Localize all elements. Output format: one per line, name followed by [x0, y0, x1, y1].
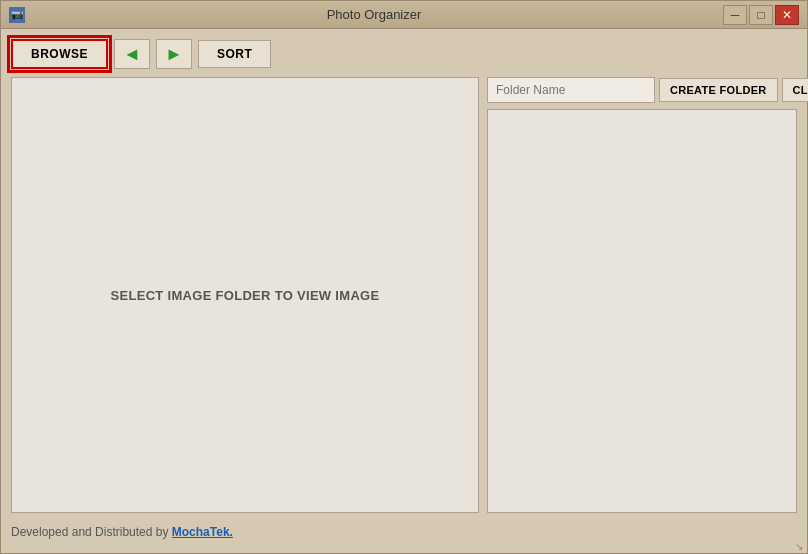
main-window: 📷 Photo Organizer ─ □ ✕ BROWSE ◄ ► SORT …: [0, 0, 808, 554]
close-button[interactable]: ✕: [775, 5, 799, 25]
main-area: SELECT IMAGE FOLDER TO VIEW IMAGE CREATE…: [11, 77, 797, 513]
resize-handle[interactable]: ↘: [795, 541, 805, 551]
minimize-button[interactable]: ─: [723, 5, 747, 25]
content-area: BROWSE ◄ ► SORT SELECT IMAGE FOLDER TO V…: [1, 29, 807, 553]
arrow-left-icon: ◄: [123, 44, 141, 65]
folder-list: [487, 109, 797, 513]
title-bar: 📷 Photo Organizer ─ □ ✕: [1, 1, 807, 29]
browse-button[interactable]: BROWSE: [11, 39, 108, 69]
folder-panel: CREATE FOLDER CLEAR FOLDERS: [487, 77, 797, 513]
sort-button[interactable]: SORT: [198, 40, 271, 68]
create-folder-button[interactable]: CREATE FOLDER: [659, 78, 778, 102]
arrow-right-icon: ►: [165, 44, 183, 65]
prev-button[interactable]: ◄: [114, 39, 150, 69]
footer-prefix: Developed and Distributed by: [11, 525, 172, 539]
clear-folders-button[interactable]: CLEAR FOLDERS: [782, 78, 808, 102]
restore-button[interactable]: □: [749, 5, 773, 25]
image-panel: SELECT IMAGE FOLDER TO VIEW IMAGE: [11, 77, 479, 513]
folder-toolbar: CREATE FOLDER CLEAR FOLDERS: [487, 77, 797, 103]
next-button[interactable]: ►: [156, 39, 192, 69]
window-title: Photo Organizer: [25, 7, 723, 22]
folder-name-input[interactable]: [487, 77, 655, 103]
footer: Developed and Distributed by MochaTek.: [11, 521, 797, 543]
image-placeholder: SELECT IMAGE FOLDER TO VIEW IMAGE: [111, 288, 380, 303]
app-icon: 📷: [9, 7, 25, 23]
toolbar: BROWSE ◄ ► SORT: [11, 39, 797, 69]
mochatek-link[interactable]: MochaTek.: [172, 525, 233, 539]
window-controls: ─ □ ✕: [723, 5, 799, 25]
